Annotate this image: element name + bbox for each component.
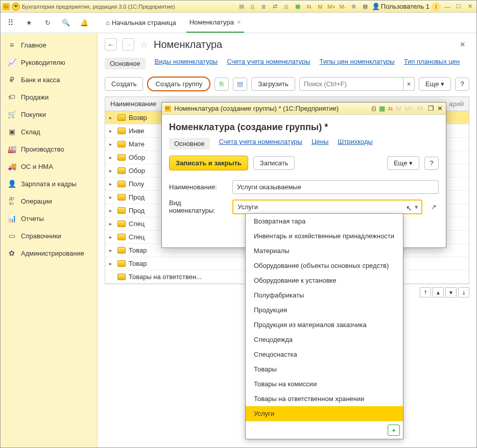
tab-nomenclature[interactable]: Номенклатура× [186,13,244,33]
dlg-subtab-main[interactable]: Основное [169,138,210,150]
sidebar-item-main[interactable]: ≡Главное [1,36,97,54]
save-button[interactable]: Записать [253,156,295,170]
sidebar-item-warehouse[interactable]: ▣Склад [1,123,97,140]
create-button[interactable]: Создать [105,77,143,91]
help-icon[interactable]: ? [455,78,469,91]
apps-icon[interactable]: ⠿ [6,18,16,28]
sidebar-item-production[interactable]: 🏭Производство [1,140,97,158]
search-input[interactable] [299,77,403,91]
subtab-main[interactable]: Основное [105,58,146,69]
nav-back[interactable]: ← [105,38,117,51]
dlg-subtab-barcodes[interactable]: Штрихкоды [338,138,373,150]
scroll-up-icon[interactable]: ▲ [433,287,444,297]
search-clear-icon[interactable]: × [403,77,415,91]
sidebar: ≡Главное 📈Руководителю ₽Банк и касса 🏷Пр… [1,33,98,447]
close-icon[interactable]: ✕ [465,2,474,11]
maximize-icon[interactable]: ☐ [454,2,463,11]
minimize-icon[interactable]: — [443,2,452,11]
dropdown-item[interactable]: Товары [246,362,403,377]
history-icon[interactable]: ↻ [42,18,53,28]
dropdown-item[interactable]: Продукция из материалов заказчика [246,317,403,332]
sidebar-item-purchases[interactable]: 🛒Покупки [1,106,97,123]
create-group-button[interactable]: Создать группу [147,77,210,91]
calendar-icon[interactable]: ▦ [293,2,302,11]
sidebar-item-catalogs[interactable]: ▭Справочники [1,227,97,244]
zoom-icon[interactable]: ⊕ [349,2,359,11]
printer2-icon[interactable]: ⎙ [282,2,291,11]
calendar31-icon[interactable]: 31 [304,2,314,11]
sidebar-label: Справочники [21,232,61,240]
kind-input[interactable] [233,201,411,213]
sidebar-item-operations[interactable]: ДтКтОперации [1,192,97,210]
sidebar-item-assets[interactable]: 🚚ОС и НМА [1,158,97,175]
dropdown-add-icon[interactable]: + [388,425,400,436]
subtab-plan-type[interactable]: Тип плановых цен [404,58,460,69]
dlg-subtab-accounts[interactable]: Счета учета номенклатуры [219,138,302,150]
favorite-star-icon[interactable]: ☆ [139,38,149,51]
dialog-close-icon[interactable]: ✕ [437,105,443,112]
scroll-bottom-icon[interactable]: ⤓ [458,287,469,297]
m-minus-icon[interactable]: M- [417,105,425,112]
user-label[interactable]: 👤Пользователь 1 [372,3,430,10]
subtab-kinds[interactable]: Виды номенклатуры [155,58,218,69]
doc-icon[interactable]: 🗎 [259,2,269,11]
kind-dropdown-icon[interactable]: ▾ [411,203,421,211]
dialog-restore-icon[interactable]: ❐ [428,105,434,112]
name-input[interactable] [232,180,439,194]
favorite-icon[interactable]: ★ [24,18,34,28]
dlg-help-icon[interactable]: ? [424,157,439,170]
sidebar-item-admin[interactable]: ✿Администрирование [1,244,97,262]
dropdown-item[interactable]: Товары на комиссии [246,377,403,391]
main-toolbar: ⠿ ★ ↻ 🔍 🔔 ⌂Начальная страница Номенклату… [1,13,476,33]
dropdown-item[interactable]: Спецодежда [246,332,403,347]
m-icon[interactable]: M [396,105,402,112]
dropdown-item[interactable]: Оборудование (объекты основных средств) [246,258,403,273]
list-icon[interactable]: ▤ [233,78,247,91]
print-preview-icon[interactable]: ▤ [237,2,246,11]
subtab-price-types[interactable]: Типы цен номенклатуры [320,58,395,69]
nav-forward[interactable]: → [122,38,134,51]
dropdown-item[interactable]: Инвентарь и хозяйственные принадлежности [246,229,403,243]
dropdown-item[interactable]: Возвратная тара [246,214,403,229]
info-icon[interactable]: i [432,2,441,11]
dlg-more-button[interactable]: Еще ▾ [387,156,419,170]
dropdown-item[interactable]: Полуфабрикаты [246,288,403,303]
m-icon[interactable]: M [316,2,325,11]
kind-open-icon[interactable]: ↗ [428,203,439,211]
calendar31-icon[interactable]: 31 [388,106,393,111]
tab-home[interactable]: ⌂Начальная страница [103,13,179,33]
search-icon[interactable]: 🔍 [61,18,71,28]
save-close-button[interactable]: Записать и закрыть [169,156,248,170]
sidebar-item-manager[interactable]: 📈Руководителю [1,54,97,71]
scroll-down-icon[interactable]: ▼ [445,287,457,297]
compare-icon[interactable]: ⇄ [271,2,280,11]
row-label: Прод [129,207,145,214]
print-icon[interactable]: ⎙ [248,2,257,11]
notifications-icon[interactable]: 🔔 [79,18,89,28]
dropdown-item-selected[interactable]: Услуги [246,406,403,421]
dropdown-item[interactable]: Спецоснастка [246,347,403,362]
more-button[interactable]: Еще ▾ [419,77,451,91]
sidebar-item-bank[interactable]: ₽Банк и касса [1,71,97,88]
dropdown-item[interactable]: Материалы [246,243,403,258]
main-menu-dropdown[interactable] [12,3,20,11]
dropdown-item[interactable]: Продукция [246,303,403,317]
close-page-icon[interactable]: × [460,39,469,50]
sidebar-item-reports[interactable]: 📊Отчеты [1,210,97,227]
tab-close-icon[interactable]: × [237,18,241,26]
print-icon[interactable]: ⎙ [372,105,376,112]
scroll-top-icon[interactable]: ⤒ [420,287,431,297]
m-plus-icon[interactable]: M+ [327,2,336,11]
grid2-icon[interactable]: ▦ [361,2,370,11]
sidebar-item-salary[interactable]: 👤Зарплата и кадры [1,175,97,192]
m-plus-icon[interactable]: M+ [404,105,414,112]
dropdown-item[interactable]: Товары на ответственном хранении [246,391,403,406]
dlg-subtab-prices[interactable]: Цены [312,138,328,150]
calendar-icon[interactable]: ▦ [379,105,385,112]
subtab-accounts[interactable]: Счета учета номенклатуры [227,58,310,69]
copy-icon[interactable]: ⎘ [214,78,229,91]
dropdown-item[interactable]: Оборудование к установке [246,273,403,288]
m-minus-icon[interactable]: M- [338,2,347,11]
sidebar-item-sales[interactable]: 🏷Продажи [1,88,97,106]
load-button[interactable]: Загрузить [251,77,295,91]
